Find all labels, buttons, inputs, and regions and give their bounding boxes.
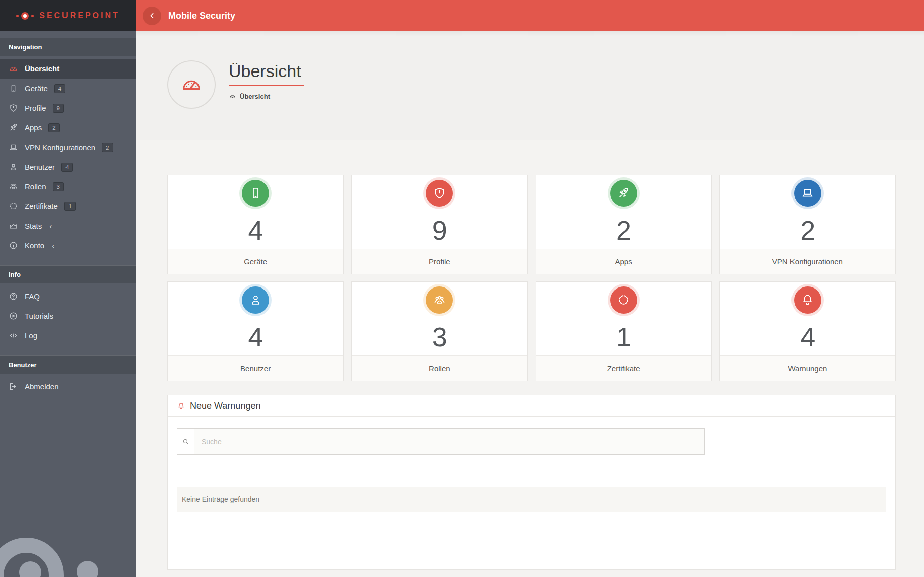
shield-icon bbox=[426, 180, 453, 207]
stat-count: 9 bbox=[352, 211, 527, 249]
nav-section-navigation: Navigation bbox=[0, 38, 136, 56]
sidebar-item-label: Rollen bbox=[25, 182, 46, 191]
sidebar-item-apps[interactable]: Apps 2 bbox=[0, 118, 136, 137]
users-icon bbox=[426, 286, 453, 314]
sidebar-item-label: Konto bbox=[25, 241, 44, 250]
page-title: Übersicht bbox=[229, 61, 304, 86]
sidebar-item-faq[interactable]: FAQ bbox=[0, 286, 136, 306]
sidebar-item-label: Tutorials bbox=[25, 312, 53, 320]
stat-label: Apps bbox=[536, 249, 711, 274]
sidebar-item-geraete[interactable]: Geräte 4 bbox=[0, 79, 136, 98]
sidebar-item-benutzer[interactable]: Benutzer 4 bbox=[0, 157, 136, 177]
sidebar-item-rollen[interactable]: Rollen 3 bbox=[0, 177, 136, 196]
page-header: Übersicht Übersicht bbox=[136, 31, 924, 140]
sidebar-item-log[interactable]: Log bbox=[0, 326, 136, 345]
code-icon bbox=[9, 331, 18, 340]
sidebar-item-label: Benutzer bbox=[25, 163, 55, 171]
stat-label: VPN Konfigurationen bbox=[720, 249, 895, 274]
back-button[interactable] bbox=[143, 7, 161, 25]
laptop-icon bbox=[794, 180, 821, 207]
sidebar-item-stats[interactable]: Stats ‹ bbox=[0, 216, 136, 236]
sidebar-item-label: Stats bbox=[25, 222, 42, 230]
sidebar-item-label: Profile bbox=[25, 104, 46, 112]
users-icon bbox=[9, 182, 18, 191]
stat-card-geraete[interactable]: 4 Geräte bbox=[167, 175, 344, 274]
app-window: SECUREPOINT Navigation Übersicht Geräte … bbox=[0, 0, 924, 577]
topbar: Mobile Security bbox=[136, 0, 924, 31]
logout-icon bbox=[9, 382, 18, 391]
stat-card-benutzer[interactable]: 4 Benutzer bbox=[167, 281, 344, 381]
breadcrumb[interactable]: Übersicht bbox=[229, 93, 304, 100]
sidebar-item-vpn-konfigurationen[interactable]: VPN Konfigurationen 2 bbox=[0, 137, 136, 157]
stat-label: Profile bbox=[352, 249, 527, 274]
stat-card-vpn-konfigurationen[interactable]: 2 VPN Konfigurationen bbox=[719, 175, 896, 274]
laptop-icon bbox=[9, 142, 18, 152]
sidebar-item-label: Apps bbox=[25, 123, 42, 132]
nav-list-benutzer: Abmelden bbox=[0, 374, 136, 399]
phone-icon bbox=[9, 84, 18, 93]
nav-section-info: Info bbox=[0, 265, 136, 283]
stat-card-profile[interactable]: 9 Profile bbox=[351, 175, 527, 274]
question-circle-icon bbox=[9, 292, 18, 301]
certificate-seal-icon bbox=[9, 201, 18, 211]
sidebar-item-label: FAQ bbox=[25, 292, 40, 301]
warnings-panel-title: Neue Warnungen bbox=[190, 401, 260, 411]
count-badge: 2 bbox=[48, 123, 59, 132]
user-icon bbox=[9, 162, 18, 172]
count-badge: 4 bbox=[61, 163, 73, 172]
stat-label: Rollen bbox=[352, 355, 527, 381]
stat-count: 3 bbox=[352, 318, 527, 355]
rocket-icon bbox=[610, 180, 637, 207]
shield-icon bbox=[9, 103, 18, 113]
sidebar-item-konto[interactable]: Konto ‹ bbox=[0, 236, 136, 255]
chevron-left-icon: ‹ bbox=[49, 222, 52, 230]
phone-icon bbox=[242, 180, 269, 207]
sidebar-item-uebersicht[interactable]: Übersicht bbox=[0, 59, 136, 79]
main-area: Mobile Security Übersicht Übersicht 4 Ge… bbox=[136, 0, 924, 577]
stat-card-rollen[interactable]: 3 Rollen bbox=[351, 281, 527, 381]
count-badge: 9 bbox=[53, 104, 64, 113]
stat-label: Geräte bbox=[168, 249, 343, 274]
dashboard-icon bbox=[229, 93, 236, 100]
brand-logo[interactable]: SECUREPOINT bbox=[0, 0, 136, 31]
sidebar-item-tutorials[interactable]: Tutorials bbox=[0, 306, 136, 326]
empty-table-row bbox=[177, 512, 886, 545]
nav-list-navigation: Übersicht Geräte 4 Profile 9 Apps 2 VPN … bbox=[0, 56, 136, 258]
sidebar-item-zertifikate[interactable]: Zertifikate 1 bbox=[0, 196, 136, 216]
warnings-panel: Neue Warnungen Keine Einträge gefunden bbox=[167, 395, 896, 570]
warnings-panel-body: Keine Einträge gefunden bbox=[168, 417, 895, 570]
sidebar-item-profile[interactable]: Profile 9 bbox=[0, 98, 136, 118]
stat-card-zertifikate[interactable]: 1 Zertifikate bbox=[536, 281, 712, 381]
brand-right-dot-icon bbox=[31, 15, 34, 17]
sidebar-item-label: VPN Konfigurationen bbox=[25, 143, 95, 152]
search-icon bbox=[177, 428, 194, 455]
stat-card-apps[interactable]: 2 Apps bbox=[536, 175, 712, 274]
stat-card-warnungen[interactable]: 4 Warnungen bbox=[719, 281, 896, 381]
sidebar-item-label: Zertifikate bbox=[25, 202, 58, 210]
chevron-left-icon: ‹ bbox=[52, 242, 54, 249]
stat-count: 4 bbox=[168, 211, 343, 249]
stat-label: Warnungen bbox=[720, 355, 895, 381]
count-badge: 3 bbox=[53, 182, 64, 191]
stat-label: Zertifikate bbox=[536, 355, 711, 381]
count-badge: 2 bbox=[102, 143, 113, 152]
empty-table-row bbox=[177, 545, 886, 570]
brand-left-dot-icon bbox=[16, 15, 19, 17]
nav-list-info: FAQ Tutorials Log bbox=[0, 283, 136, 348]
play-circle-icon bbox=[9, 311, 18, 321]
rocket-icon bbox=[9, 123, 18, 132]
brand-name: SECUREPOINT bbox=[39, 11, 120, 20]
stat-label: Benutzer bbox=[168, 355, 343, 381]
sidebar-item-abmelden[interactable]: Abmelden bbox=[0, 377, 136, 396]
sidebar-item-label: Log bbox=[25, 331, 37, 340]
info-icon bbox=[9, 241, 18, 250]
chart-icon bbox=[9, 221, 18, 231]
stat-count: 1 bbox=[536, 318, 711, 355]
stats-cards: 4 Geräte 9 Profile 2 Apps 2 VPN Konfigur bbox=[167, 175, 896, 381]
stat-count: 4 bbox=[168, 318, 343, 355]
dashboard-icon bbox=[9, 64, 18, 74]
search-input[interactable] bbox=[194, 428, 705, 455]
certificate-seal-icon bbox=[610, 286, 637, 314]
bell-icon bbox=[794, 286, 821, 314]
stat-count: 4 bbox=[720, 318, 895, 355]
